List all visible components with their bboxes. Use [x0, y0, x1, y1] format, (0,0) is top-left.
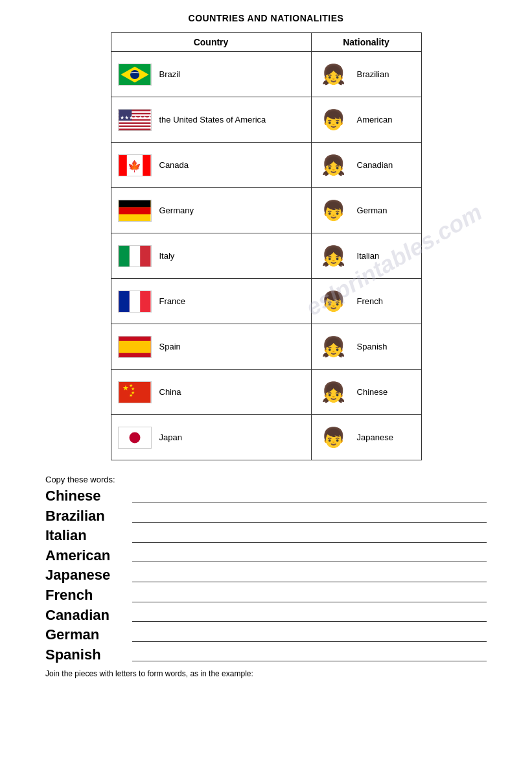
flag-canada: 🍁 — [118, 154, 152, 176]
svg-rect-18 — [119, 200, 150, 207]
flag-brazil — [118, 64, 152, 86]
nationality-name: German — [357, 206, 387, 215]
copy-line — [132, 503, 487, 503]
nationality-name: American — [357, 115, 393, 124]
table-row: Brazil👧Brazilian — [111, 52, 421, 97]
country-name: Japan — [159, 432, 182, 442]
table-row: ★★★★★★★★★★★★★★★★★★★★★★★★★★★★★★★★★★★★★★★★… — [111, 97, 421, 143]
svg-point-2 — [130, 69, 139, 78]
svg-rect-15 — [143, 155, 150, 176]
character-icon-brazilian: 👧 — [318, 57, 349, 92]
nationality-cell-6: 👧Spanish — [311, 324, 421, 370]
copy-line — [132, 602, 487, 602]
character-icon-chinese: 👧 — [318, 375, 349, 410]
country-cell-3: Germany — [111, 188, 311, 233]
copy-word: Brazilian — [45, 507, 130, 526]
copy-word: American — [45, 547, 130, 565]
svg-rect-9 — [119, 125, 150, 126]
copy-word: German — [45, 626, 130, 645]
copy-word-row: Chinese — [45, 487, 487, 506]
flag-china: ★ ★ ★ ★ ★ — [118, 381, 152, 403]
flag-usa: ★★★★★★★★★★★★★★★★★★★★★★★★★★★★★★★★★★★★★★★★… — [118, 109, 152, 131]
copy-word-row: Italian — [45, 527, 487, 545]
copy-word-row: Spanish — [45, 646, 487, 665]
flag-spain — [118, 336, 152, 358]
country-cell-4: Italy — [111, 233, 311, 279]
country-cell-8: Japan — [111, 415, 311, 460]
svg-point-37 — [129, 432, 140, 443]
table-row: ★ ★ ★ ★ ★ China👧Chinese — [111, 370, 421, 415]
svg-rect-29 — [119, 353, 150, 357]
country-cell-6: Spain — [111, 324, 311, 370]
country-name: Spain — [159, 342, 181, 351]
country-cell-0: Brazil — [111, 52, 311, 97]
copy-word: Chinese — [45, 487, 130, 506]
page-title: COUNTRIES AND NATIONALITIES — [39, 13, 493, 23]
nationality-cell-0: 👧Brazilian — [311, 52, 421, 97]
svg-rect-10 — [119, 128, 150, 130]
table-row: Italy👧Italian — [111, 233, 421, 279]
copy-word-row: Japanese — [45, 566, 487, 585]
table-row: Japan👦Japanese — [111, 415, 421, 460]
country-name: Germany — [159, 206, 194, 215]
copy-word-row: Canadian — [45, 606, 487, 625]
svg-rect-28 — [119, 337, 150, 341]
table-row: 🍁 Canada👧Canadian — [111, 143, 421, 188]
nationality-name: Italian — [357, 251, 380, 261]
svg-rect-19 — [119, 207, 150, 214]
country-cell-7: ★ ★ ★ ★ ★ China — [111, 370, 311, 415]
copy-line — [132, 661, 487, 661]
copy-section: Copy these words: ChineseBrazilianItalia… — [39, 475, 493, 678]
nationality-cell-7: 👧Chinese — [311, 370, 421, 415]
nationality-name: Spanish — [357, 342, 387, 351]
nationality-name: Chinese — [357, 387, 388, 397]
copy-word-row: German — [45, 626, 487, 645]
character-icon-french: 👦 — [318, 284, 349, 319]
svg-rect-22 — [129, 246, 139, 266]
nationality-name: Brazilian — [357, 69, 389, 79]
nationality-cell-2: 👧Canadian — [311, 143, 421, 188]
nationality-cell-5: 👦French — [311, 279, 421, 324]
flag-germany — [118, 200, 152, 222]
col-country-header: Country — [111, 33, 311, 52]
country-name: the United States of America — [159, 115, 266, 124]
copy-line — [132, 562, 487, 562]
join-label: Join the pieces with letters to form wor… — [45, 669, 487, 678]
copy-word-row: French — [45, 586, 487, 605]
nationality-cell-8: 👦Japanese — [311, 415, 421, 460]
copy-word: Spanish — [45, 646, 130, 665]
copy-word-row: Brazilian — [45, 507, 487, 526]
svg-text:🍁: 🍁 — [128, 159, 142, 172]
table-row: Spain👧Spanish — [111, 324, 421, 370]
character-icon-german: 👦 — [318, 193, 349, 228]
nationality-cell-3: 👦German — [311, 188, 421, 233]
copy-word: French — [45, 586, 130, 605]
country-name: Italy — [159, 251, 175, 261]
copy-word: Japanese — [45, 566, 130, 585]
flag-italy — [118, 245, 152, 267]
country-name: China — [159, 387, 181, 397]
svg-rect-8 — [119, 122, 150, 123]
country-cell-2: 🍁 Canada — [111, 143, 311, 188]
character-icon-spanish: 👧 — [318, 329, 349, 364]
flag-japan — [118, 427, 152, 449]
copy-line — [132, 542, 487, 543]
copy-label: Copy these words: — [45, 475, 487, 484]
copy-line — [132, 582, 487, 582]
copy-line — [132, 621, 487, 622]
svg-rect-14 — [119, 155, 126, 176]
nationality-name: Japanese — [357, 432, 393, 442]
nationality-cell-4: 👧Italian — [311, 233, 421, 279]
nationality-cell-1: 👦American — [311, 97, 421, 143]
svg-text:★: ★ — [128, 392, 132, 397]
svg-rect-24 — [119, 291, 129, 312]
col-nationality-header: Nationality — [311, 33, 421, 52]
country-cell-5: France — [111, 279, 311, 324]
countries-table: Country Nationality Brazil👧Brazilian ★★★… — [111, 32, 422, 460]
character-icon-american: 👦 — [318, 102, 349, 137]
country-name: Canada — [159, 160, 189, 170]
copy-word: Italian — [45, 527, 130, 545]
nationality-name: French — [357, 296, 383, 306]
svg-rect-25 — [129, 291, 139, 312]
country-name: France — [159, 296, 185, 306]
